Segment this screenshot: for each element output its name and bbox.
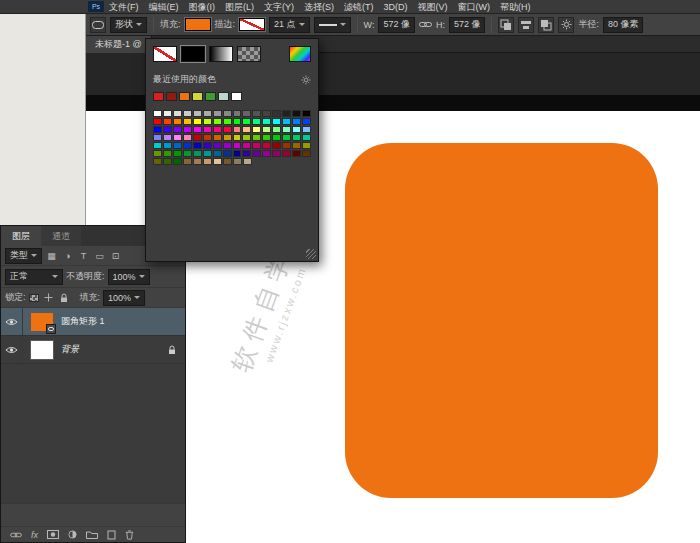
visibility-toggle[interactable] xyxy=(1,308,23,335)
palette-swatch[interactable] xyxy=(302,118,311,125)
palette-swatch[interactable] xyxy=(282,150,291,157)
document-tab[interactable]: 未标题-1 @ xyxy=(86,36,152,53)
gear-icon[interactable] xyxy=(301,75,311,85)
palette-swatch[interactable] xyxy=(262,134,271,141)
gear-icon[interactable] xyxy=(558,17,574,33)
palette-swatch[interactable] xyxy=(213,150,222,157)
palette-swatch[interactable] xyxy=(163,118,172,125)
palette-swatch[interactable] xyxy=(233,118,242,125)
menu-window[interactable]: 窗口(W) xyxy=(453,0,496,14)
filter-shape-layers-icon[interactable]: ▭ xyxy=(93,251,106,261)
palette-swatch[interactable] xyxy=(223,110,232,117)
palette-swatch[interactable] xyxy=(153,142,162,149)
new-layer-icon[interactable] xyxy=(107,530,116,540)
layer-effects-icon[interactable]: fx xyxy=(31,530,38,540)
shape-width-field[interactable]: 572 像 xyxy=(378,17,415,33)
palette-swatch[interactable] xyxy=(223,118,232,125)
pattern-button[interactable] xyxy=(237,46,261,62)
palette-swatch[interactable] xyxy=(272,110,281,117)
recent-color-swatch[interactable] xyxy=(153,92,164,101)
lock-transparency-icon[interactable] xyxy=(29,294,39,302)
palette-swatch[interactable] xyxy=(223,150,232,157)
palette-swatch[interactable] xyxy=(163,150,172,157)
palette-swatch[interactable] xyxy=(292,150,301,157)
palette-swatch[interactable] xyxy=(233,158,242,165)
palette-swatch[interactable] xyxy=(183,118,192,125)
palette-swatch[interactable] xyxy=(183,134,192,141)
palette-swatch[interactable] xyxy=(183,150,192,157)
palette-swatch[interactable] xyxy=(193,118,202,125)
menu-image[interactable]: 图像(I) xyxy=(184,0,221,14)
resize-grip[interactable] xyxy=(306,249,316,259)
palette-swatch[interactable] xyxy=(262,150,271,157)
opacity-field[interactable]: 100% xyxy=(108,269,150,285)
recent-color-swatch[interactable] xyxy=(192,92,203,101)
layer-fill-field[interactable]: 100% xyxy=(103,290,145,306)
palette-swatch[interactable] xyxy=(302,142,311,149)
palette-swatch[interactable] xyxy=(163,142,172,149)
palette-swatch[interactable] xyxy=(302,110,311,117)
stroke-type-dropdown[interactable] xyxy=(314,17,351,33)
palette-swatch[interactable] xyxy=(173,158,182,165)
palette-swatch[interactable] xyxy=(223,126,232,133)
palette-swatch[interactable] xyxy=(292,142,301,149)
palette-swatch[interactable] xyxy=(292,126,301,133)
palette-swatch[interactable] xyxy=(282,118,291,125)
menu-type[interactable]: 文字(Y) xyxy=(259,0,299,14)
palette-swatch[interactable] xyxy=(242,150,251,157)
layer-name[interactable]: 圆角矩形 1 xyxy=(61,315,105,328)
palette-swatch[interactable] xyxy=(242,110,251,117)
palette-swatch[interactable] xyxy=(292,110,301,117)
palette-swatch[interactable] xyxy=(252,110,261,117)
menu-filter[interactable]: 滤镜(T) xyxy=(339,0,379,14)
palette-swatch[interactable] xyxy=(272,150,281,157)
no-color-button[interactable] xyxy=(153,46,177,62)
palette-swatch[interactable] xyxy=(173,118,182,125)
path-alignment-icon[interactable] xyxy=(518,17,534,33)
palette-swatch[interactable] xyxy=(213,118,222,125)
tab-channels[interactable]: 通道 xyxy=(41,226,81,246)
palette-swatch[interactable] xyxy=(242,142,251,149)
color-picker-button[interactable] xyxy=(289,46,311,62)
palette-swatch[interactable] xyxy=(183,158,192,165)
palette-swatch[interactable] xyxy=(252,134,261,141)
palette-swatch[interactable] xyxy=(242,126,251,133)
visibility-toggle[interactable] xyxy=(1,336,23,363)
palette-swatch[interactable] xyxy=(213,110,222,117)
palette-swatch[interactable] xyxy=(243,158,252,165)
recent-color-swatch[interactable] xyxy=(218,92,229,101)
recent-color-swatch[interactable] xyxy=(166,92,177,101)
rounded-rect-tool-icon[interactable] xyxy=(90,17,106,33)
palette-swatch[interactable] xyxy=(233,110,242,117)
menu-help[interactable]: 帮助(H) xyxy=(495,0,536,14)
palette-swatch[interactable] xyxy=(282,126,291,133)
palette-swatch[interactable] xyxy=(203,110,212,117)
recent-color-swatch[interactable] xyxy=(179,92,190,101)
palette-swatch[interactable] xyxy=(302,150,311,157)
palette-swatch[interactable] xyxy=(183,142,192,149)
palette-swatch[interactable] xyxy=(173,134,182,141)
palette-swatch[interactable] xyxy=(223,134,232,141)
palette-swatch[interactable] xyxy=(173,142,182,149)
palette-swatch[interactable] xyxy=(193,134,202,141)
palette-swatch[interactable] xyxy=(193,142,202,149)
recent-color-swatch[interactable] xyxy=(231,92,242,101)
path-arrangement-icon[interactable] xyxy=(538,17,554,33)
filter-type-layers-icon[interactable]: T xyxy=(77,251,90,261)
menu-select[interactable]: 选择(S) xyxy=(299,0,339,14)
blend-mode-dropdown[interactable]: 正常 xyxy=(5,269,63,285)
palette-swatch[interactable] xyxy=(262,126,271,133)
palette-swatch[interactable] xyxy=(262,142,271,149)
lock-position-icon[interactable] xyxy=(42,293,55,302)
palette-swatch[interactable] xyxy=(193,110,202,117)
palette-swatch[interactable] xyxy=(213,158,222,165)
palette-swatch[interactable] xyxy=(252,142,261,149)
filter-adjustment-layers-icon[interactable]: ◑ xyxy=(61,251,74,261)
palette-swatch[interactable] xyxy=(292,118,301,125)
path-operations-icon[interactable] xyxy=(498,17,514,33)
palette-swatch[interactable] xyxy=(153,110,162,117)
palette-swatch[interactable] xyxy=(233,134,242,141)
palette-swatch[interactable] xyxy=(223,158,232,165)
link-dimensions-icon[interactable] xyxy=(419,20,432,29)
palette-swatch[interactable] xyxy=(183,110,192,117)
